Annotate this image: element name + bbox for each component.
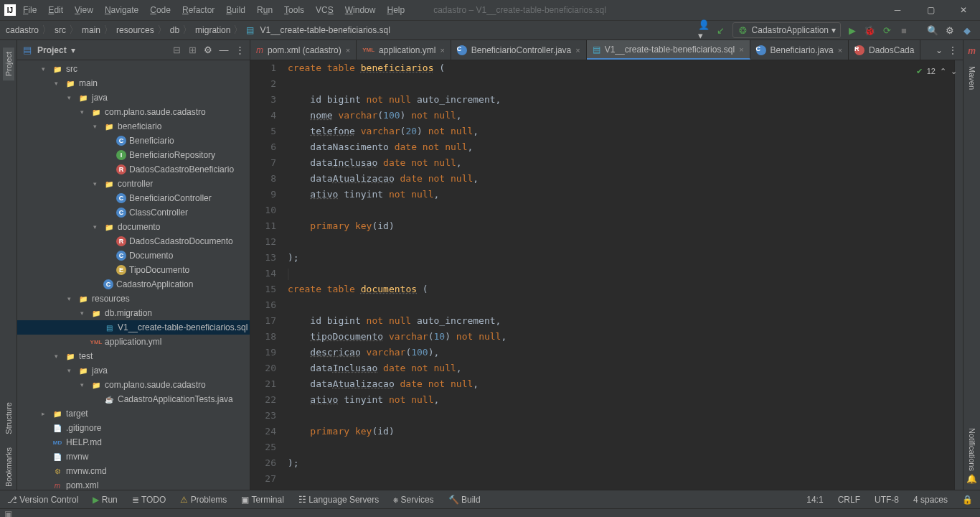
tree-benef-controller[interactable]: CBeneficiarioController xyxy=(17,191,250,205)
tree-help[interactable]: MDHELP.md xyxy=(17,435,250,450)
tree-resources[interactable]: ▾📁resources xyxy=(17,292,250,306)
tree-beneficiario[interactable]: CBeneficiario xyxy=(17,134,250,148)
menu-code[interactable]: Code xyxy=(150,5,171,15)
coverage-icon[interactable]: ⟳ xyxy=(881,24,892,36)
tab-benef-controller[interactable]: CBeneficiarioController.java× xyxy=(451,40,587,60)
menu-view[interactable]: View xyxy=(75,5,93,15)
tree-java[interactable]: ▾📁java xyxy=(17,90,250,105)
tree-pom[interactable]: mpom.xml xyxy=(17,478,250,490)
stripe-project[interactable]: Project xyxy=(3,47,14,80)
menu-build[interactable]: Build xyxy=(226,5,245,15)
tool-todo[interactable]: ≣ TODO xyxy=(132,495,166,505)
more-icon[interactable]: ⋮ xyxy=(948,45,957,55)
tree-tipo-documento[interactable]: ETipoDocumento xyxy=(17,263,250,277)
tool-lang-servers[interactable]: ☷ Language Servers xyxy=(298,495,379,505)
menu-edit[interactable]: Edit xyxy=(48,5,63,15)
tree-mvnwcmd[interactable]: ⚙mvnw.cmd xyxy=(17,464,250,478)
menu-tools[interactable]: Tools xyxy=(284,5,304,15)
tree-class-controller[interactable]: CClassController xyxy=(17,205,250,220)
tree-target[interactable]: ▸📁target xyxy=(17,406,250,421)
close-icon[interactable]: × xyxy=(838,46,842,55)
tree-test-file[interactable]: ☕CadastroApplicationTests.java xyxy=(17,392,250,406)
tree-pkg[interactable]: ▾📁com.plano.saude.cadastro xyxy=(17,105,250,119)
menu-refactor[interactable]: Refactor xyxy=(182,5,215,15)
tree-test[interactable]: ▾📁test xyxy=(17,349,250,363)
stripe-structure[interactable]: Structure xyxy=(4,399,13,437)
search-everywhere-icon[interactable]: 🔍 xyxy=(927,24,938,36)
status-indent[interactable]: 4 spaces xyxy=(913,495,948,505)
settings-icon[interactable]: ⚙ xyxy=(944,24,956,36)
tree-main[interactable]: ▾📁main xyxy=(17,76,250,90)
gear-icon[interactable]: ⚙ xyxy=(202,45,214,56)
close-icon[interactable]: × xyxy=(440,46,444,55)
editor-scrollbar[interactable] xyxy=(954,60,963,490)
more-icon[interactable]: ⋮ xyxy=(234,45,245,56)
debug-button-icon[interactable]: 🐞 xyxy=(864,24,875,36)
breadcrumb[interactable]: cadastro〉 src〉 main〉 resources〉 db〉 migr… xyxy=(0,24,392,37)
tool-terminal[interactable]: ▣ Terminal xyxy=(241,495,283,505)
run-button-icon[interactable]: ▶ xyxy=(847,24,858,36)
tab-beneficiario[interactable]: CBeneficiario.java× xyxy=(750,40,849,60)
tool-problems[interactable]: ⚠ Problems xyxy=(180,495,227,505)
status-eol[interactable]: CRLF xyxy=(838,495,860,505)
stripe-maven[interactable]: Maven xyxy=(968,63,976,93)
crumb-main[interactable]: main xyxy=(80,25,102,35)
vcs-update-icon[interactable]: ↙ xyxy=(715,24,727,36)
menu-help[interactable]: Help xyxy=(387,5,405,15)
tree-sql-file[interactable]: ▤V1__create-table-beneficiarios.sql xyxy=(17,320,250,335)
tree-dados-doc[interactable]: RDadosCadastroDocumento xyxy=(17,234,250,248)
tool-build[interactable]: 🔨 Build xyxy=(448,495,481,505)
expand-all-icon[interactable]: ⊞ xyxy=(187,45,198,56)
stripe-notifications[interactable]: Notifications xyxy=(968,425,976,474)
tree-dados-beneficiario[interactable]: RDadosCadastroBeneficiario xyxy=(17,162,250,177)
close-icon[interactable]: × xyxy=(739,45,743,54)
tree-beneficiario-pkg[interactable]: ▾📁beneficiario xyxy=(17,119,250,134)
tab-yml[interactable]: YMLapplication.yml× xyxy=(357,40,451,60)
tool-version-control[interactable]: ⎇ Version Control xyxy=(7,495,78,505)
tab-sql-active[interactable]: ▤V1__create-table-beneficiarios.sql× xyxy=(587,40,750,60)
tool-run[interactable]: ▶ Run xyxy=(93,495,117,505)
minimize-button[interactable]: ─ xyxy=(881,0,914,20)
project-tree[interactable]: ▾📁src ▾📁main ▾📁java ▾📁com.plano.saude.ca… xyxy=(17,60,250,490)
status-encoding[interactable]: UTF-8 xyxy=(875,495,899,505)
tree-gitignore[interactable]: 📄.gitignore xyxy=(17,421,250,435)
tree-documento-pkg[interactable]: ▾📁documento xyxy=(17,220,250,234)
tree-beneficiario-repo[interactable]: IBeneficiarioRepository xyxy=(17,148,250,162)
hide-icon[interactable]: — xyxy=(218,45,230,56)
lock-icon[interactable]: 🔒 xyxy=(962,495,973,505)
code-editor[interactable]: ✔12 ⌃⌄ 123456789101112131415161718192021… xyxy=(250,60,963,490)
code-content[interactable]: create table beneficiarios ( id bigint n… xyxy=(288,60,954,490)
crumb-file[interactable]: V1__create-table-beneficiarios.sql xyxy=(258,25,391,35)
tree-src[interactable]: ▾📁src xyxy=(17,62,250,76)
tree-dbmigration[interactable]: ▾📁db.migration xyxy=(17,306,250,320)
crumb-db[interactable]: db xyxy=(169,25,181,35)
select-opened-icon[interactable]: ⊟ xyxy=(171,45,182,56)
close-icon[interactable]: × xyxy=(346,46,350,55)
bell-icon[interactable]: 🔔 xyxy=(966,474,977,484)
chevron-down-icon[interactable]: ▾ xyxy=(71,45,75,55)
stop-button-icon[interactable]: ■ xyxy=(898,24,910,36)
status-caret-pos[interactable]: 14:1 xyxy=(806,495,823,505)
close-button[interactable]: ✕ xyxy=(947,0,980,20)
tool-windows-icon[interactable]: ▣ xyxy=(0,509,12,517)
stripe-bookmarks[interactable]: Bookmarks xyxy=(4,444,13,490)
tree-documento[interactable]: CDocumento xyxy=(17,248,250,263)
tab-pom[interactable]: mpom.xml (cadastro)× xyxy=(250,40,357,60)
crumb-resources[interactable]: resources xyxy=(115,25,156,35)
plugin-icon[interactable]: ◆ xyxy=(961,24,973,36)
tree-controller-pkg[interactable]: ▾📁controller xyxy=(17,177,250,191)
crumb-src[interactable]: src xyxy=(53,25,67,35)
menu-window[interactable]: Window xyxy=(345,5,376,15)
run-configuration-selector[interactable]: ❂ CadastroApplication ▾ xyxy=(732,22,841,38)
menu-run[interactable]: Run xyxy=(257,5,273,15)
tool-services[interactable]: ⎈ Services xyxy=(393,495,433,505)
user-icon[interactable]: 👤▾ xyxy=(698,24,710,36)
menu-navigate[interactable]: Navigate xyxy=(105,5,138,15)
maven-icon[interactable]: m xyxy=(968,46,976,56)
menu-file[interactable]: File xyxy=(23,5,37,15)
maximize-button[interactable]: ▢ xyxy=(914,0,947,20)
crumb-project[interactable]: cadastro xyxy=(4,25,40,35)
close-icon[interactable]: × xyxy=(575,46,580,55)
tree-cadastro-app[interactable]: CCadastroApplication xyxy=(17,277,250,292)
menu-vcs[interactable]: VCS xyxy=(316,5,334,15)
